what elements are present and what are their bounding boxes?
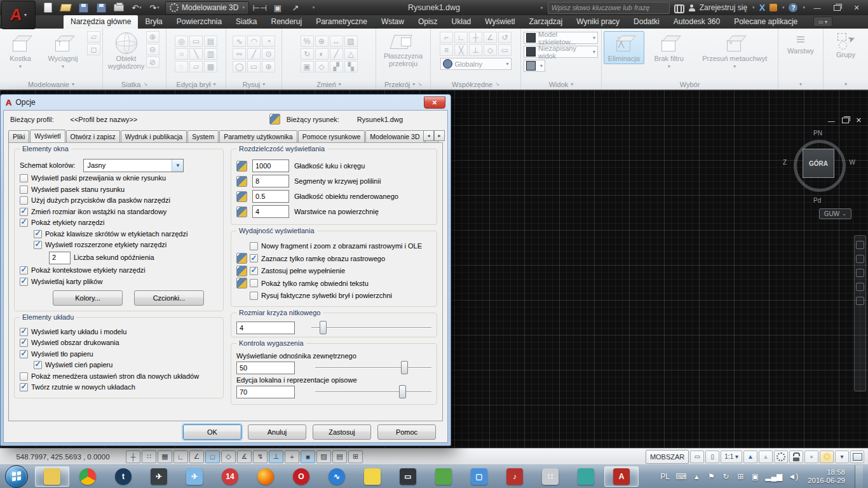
tool-icon[interactable]: ⊕ — [146, 31, 159, 43]
status-menu-arrow[interactable]: ▾ — [835, 451, 849, 463]
sign-in-dropdown[interactable]: ▾ — [752, 5, 755, 10]
checkbox[interactable] — [20, 278, 28, 286]
taskbar-calculator[interactable]: ∷ — [533, 466, 567, 487]
object-snap-3d-toggle[interactable]: ◇ — [221, 451, 236, 463]
dialog-tab[interactable]: System — [187, 130, 219, 142]
tool-icon[interactable]: ◎ — [175, 36, 188, 47]
color-scheme-combo[interactable]: Jasny▼ — [83, 159, 184, 172]
tab-scroll-left-icon[interactable]: ◂ — [423, 130, 434, 141]
search-icon[interactable] — [674, 4, 684, 11]
model-space-button[interactable]: MOBSZAR — [646, 450, 689, 464]
workspace-combo[interactable]: Modelowanie 3D▾ — [165, 1, 249, 15]
taskbar-chrome[interactable] — [71, 466, 105, 487]
sync-icon[interactable]: ↻ — [721, 472, 730, 481]
start-button[interactable] — [5, 465, 28, 488]
taskbar-monitor-app[interactable]: ▭ — [391, 466, 425, 487]
line-tool-icon[interactable]: ↗ — [288, 2, 302, 13]
panel-label-wybor[interactable]: Wybór — [602, 79, 778, 90]
plot-button[interactable] — [112, 2, 126, 13]
tray-expand-icon[interactable]: ▴ — [692, 472, 701, 481]
tool-icon[interactable]: ╳ — [454, 44, 468, 56]
tool-icon[interactable]: ◯ — [233, 61, 246, 72]
eliminacja-button[interactable]: ╳ Eliminacja — [604, 31, 644, 64]
navigation-bar[interactable] — [854, 235, 866, 391]
tool-icon[interactable]: ╱ — [330, 48, 343, 60]
taskbar-plane-dark[interactable]: ✈ — [142, 466, 176, 487]
dialog-close-button[interactable]: ✕ — [424, 97, 445, 109]
panel-label-wspolrzedne[interactable]: Współrzędne↘ — [431, 79, 520, 90]
keyboard-icon[interactable]: ⌨ — [675, 472, 686, 481]
tool-icon[interactable]: ∟ — [454, 32, 468, 43]
resolution-field[interactable]: 4 — [252, 205, 289, 218]
tool-icon[interactable]: ▣ — [301, 61, 314, 72]
ribbon-tab[interactable]: Parametryczne — [309, 15, 374, 29]
object-snap-toggle[interactable]: □ — [205, 451, 220, 463]
checkbox[interactable] — [250, 267, 258, 275]
panel-label-widok[interactable]: Widok▾ — [521, 79, 601, 90]
fade-slider[interactable] — [315, 361, 431, 374]
lineweight-toggle[interactable]: ■ — [301, 451, 315, 463]
quick-view-layouts-icon[interactable]: ▯ — [705, 451, 719, 463]
show-desktop-button[interactable] — [855, 465, 863, 488]
angle-override-toggle[interactable]: ∡ — [237, 451, 252, 463]
fade-slider[interactable] — [315, 385, 431, 398]
ribbon-tab[interactable]: Zarządzaj — [522, 15, 569, 29]
tool-icon[interactable]: ▦ — [204, 61, 217, 72]
dialog-tab[interactable]: Parametry użytkownika — [219, 130, 297, 142]
view-tools-dropdown[interactable]: ▾ — [524, 60, 545, 72]
tool-icon[interactable]: ▚ — [344, 61, 358, 72]
tool-icon[interactable]: ▧ — [344, 36, 358, 47]
dialog-tab[interactable]: Pliki — [8, 130, 29, 142]
checkbox[interactable] — [34, 241, 42, 249]
redo-button[interactable]: ↷▾ — [147, 2, 161, 13]
search-input[interactable]: Wpisz słowo kluczowe lub frazę — [548, 2, 670, 14]
checkbox[interactable] — [250, 292, 258, 300]
obiekt-wygladzony-button[interactable]: Obiekt wygładzony — [110, 31, 143, 70]
annotation-scale-button[interactable]: 1:1 ▾ — [721, 451, 742, 463]
object-snap-tracking-toggle[interactable]: ↯ — [253, 451, 268, 463]
checkbox[interactable] — [20, 339, 28, 347]
open-file-button[interactable] — [58, 2, 72, 13]
tool-icon[interactable]: ▤ — [204, 36, 217, 47]
slider-thumb[interactable] — [320, 321, 327, 334]
ribbon-tab[interactable]: Opisz — [411, 15, 445, 29]
network-icon[interactable]: ▂▄▆ — [765, 472, 782, 481]
tool-icon[interactable]: ⊖ — [146, 44, 159, 55]
fonts-button[interactable]: Czcionki... — [134, 290, 204, 306]
ok-button[interactable]: OK — [183, 424, 241, 440]
tool-icon[interactable]: ▞ — [330, 61, 343, 72]
tool-icon[interactable]: ╱ — [247, 48, 261, 60]
qat-dropdown[interactable]: ▾ — [306, 2, 320, 13]
ribbon-tab[interactable]: Układ — [445, 15, 478, 29]
taskbar-image-viewer[interactable]: ▢ — [462, 466, 496, 487]
infer-constraints-toggle[interactable]: ┼ — [126, 451, 140, 463]
checkbox[interactable] — [34, 361, 42, 369]
ribbon-tab[interactable]: Wstaw — [374, 15, 411, 29]
checkbox[interactable] — [20, 208, 28, 216]
warstwy-button[interactable]: ≡ Warstwy — [782, 31, 819, 55]
tool-icon[interactable]: % — [301, 36, 314, 47]
checkbox[interactable] — [20, 174, 28, 182]
dialog-tab[interactable]: Modelowanie 3D — [365, 130, 424, 142]
ribbon-tab[interactable]: Wyniki pracy — [569, 15, 627, 29]
tool-icon[interactable]: ▱ — [189, 61, 203, 72]
panel-label-warstwy[interactable]: ▾ — [778, 79, 823, 90]
cancel-button[interactable]: Anuluj — [248, 424, 306, 440]
close-button[interactable]: ✕ — [849, 3, 864, 13]
hardware-accel-icon[interactable] — [820, 451, 834, 463]
tool-icon[interactable]: ◇ — [484, 44, 497, 56]
taskbar-sticky-notes[interactable] — [355, 466, 390, 487]
dynamic-ucs-toggle[interactable]: ⊥ — [269, 451, 283, 463]
fade-value-field[interactable]: 70 — [236, 386, 295, 398]
language-indicator[interactable]: PL — [660, 472, 670, 481]
taskbar-autocad[interactable]: A — [604, 466, 639, 487]
help-button[interactable]: Pomoc — [377, 424, 436, 440]
tool-icon[interactable]: ⊥ — [469, 44, 482, 56]
zoom-icon[interactable] — [856, 269, 864, 277]
tool-icon[interactable]: ⊘ — [146, 57, 159, 68]
tool-icon[interactable]: ◠ — [247, 36, 261, 47]
tool-icon[interactable]: ▭ — [189, 36, 203, 47]
tool-icon[interactable]: ▥ — [204, 48, 217, 60]
panel-label-edycja-bryl[interactable]: Edycja brył▾ — [166, 79, 226, 90]
taskbar-photo-green[interactable] — [426, 466, 461, 487]
